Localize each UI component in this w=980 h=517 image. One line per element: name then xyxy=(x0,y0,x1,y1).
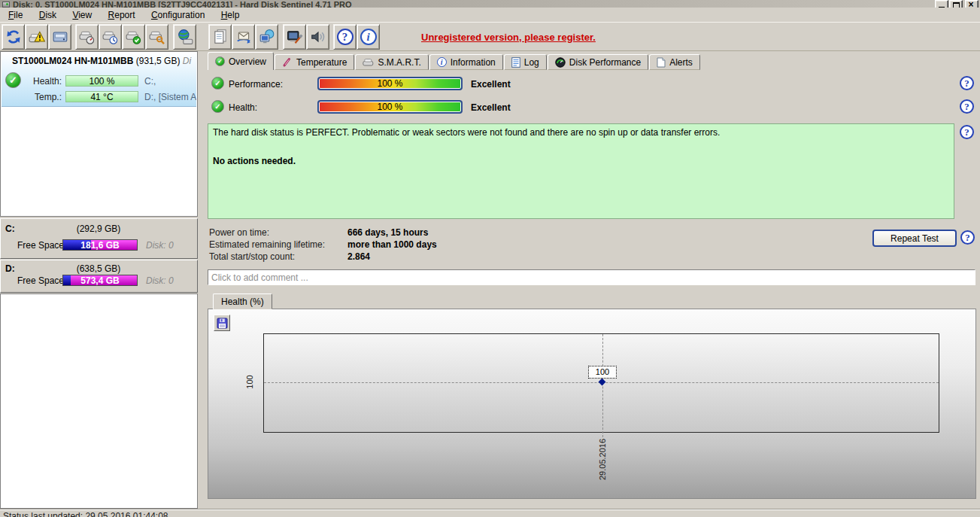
send-report-button[interactable] xyxy=(232,24,255,50)
chart-tab-health[interactable]: Health (%) xyxy=(213,293,272,309)
free-space-label: Free Space xyxy=(17,275,64,286)
performance-bar: 100 % xyxy=(317,77,463,90)
sound-test-button[interactable] xyxy=(306,24,329,50)
free-space-value: 573,4 GB xyxy=(63,275,137,285)
tab-disk-performance[interactable]: Disk Performance xyxy=(548,54,648,70)
tab-alerts[interactable]: Alerts xyxy=(649,54,700,70)
tab-label: S.M.A.R.T. xyxy=(378,57,420,68)
app-icon xyxy=(2,2,10,8)
health-bar: 100 % xyxy=(317,100,463,114)
status-bar: Status last updated: 29.05.2016 01:44:08 xyxy=(0,509,980,517)
disk-list-entry[interactable]: ST1000LM024 HN-M101MBB (931,5 GB) Di Hea… xyxy=(2,53,196,107)
smart-disk-icon xyxy=(363,57,374,67)
partition-d-label: D:, [Sistem A xyxy=(144,92,196,102)
temp-row-label: Temp.: xyxy=(27,92,62,102)
disk-clock-button[interactable] xyxy=(99,24,122,50)
save-icon xyxy=(217,318,228,329)
register-link[interactable]: Unregistered version, please register. xyxy=(421,32,596,43)
free-space-bar: 181,6 GB xyxy=(62,239,138,251)
remaining-lifetime-value: more than 1000 days xyxy=(347,239,437,250)
tab-overview[interactable]: Overview xyxy=(208,52,274,70)
partition-c-label: C:, xyxy=(144,76,156,87)
information-button[interactable] xyxy=(357,24,380,50)
window-controls xyxy=(935,0,978,8)
tab-log[interactable]: Log xyxy=(504,54,547,70)
drive-letter: D: xyxy=(5,263,15,274)
disk-check-button[interactable] xyxy=(122,24,145,50)
health-help-icon[interactable] xyxy=(960,99,974,114)
menu-configuration[interactable]: Configuration xyxy=(144,8,211,22)
tab-label: Alerts xyxy=(669,57,693,68)
repeat-test-help-icon[interactable] xyxy=(960,230,975,245)
menu-view[interactable]: View xyxy=(65,8,99,22)
disk-list-panel: ST1000LM024 HN-M101MBB (931,5 GB) Di Hea… xyxy=(0,51,198,217)
tab-temperature[interactable]: Temperature xyxy=(275,54,354,70)
start-stop-count-label: Total start/stop count: xyxy=(209,251,295,262)
refresh-button[interactable] xyxy=(2,24,25,50)
drive-disk-label: Disk: 0 xyxy=(146,275,174,286)
maximize-button[interactable] xyxy=(949,0,963,8)
menu-disk[interactable]: Disk xyxy=(32,8,63,22)
overview-tab-icon xyxy=(215,56,225,66)
help-button[interactable] xyxy=(333,24,357,50)
health-ok-icon xyxy=(211,100,224,113)
performance-help-icon[interactable] xyxy=(960,76,974,90)
disk-size: (931,5 GB) xyxy=(136,56,181,66)
disk-warning-button[interactable] xyxy=(25,24,48,50)
disk-check-icon xyxy=(126,29,142,45)
tab-label: Disk Performance xyxy=(569,57,641,68)
drive-size: (638,5 GB) xyxy=(46,263,151,274)
disk-healthy-icon xyxy=(5,72,21,88)
tab-information[interactable]: Information xyxy=(429,54,503,70)
start-stop-count-value: 2.864 xyxy=(347,251,370,262)
menu-file[interactable]: File xyxy=(2,8,29,22)
menu-report[interactable]: Report xyxy=(102,8,142,22)
remaining-lifetime-label: Estimated remaining lifetime: xyxy=(209,239,325,250)
status-help-icon[interactable] xyxy=(960,125,974,139)
comment-input[interactable] xyxy=(208,269,975,285)
power-on-time-value: 666 days, 15 hours xyxy=(347,227,428,238)
drive-panel-c[interactable]: C: (292,9 GB) Free Space 181,6 GB Disk: … xyxy=(0,218,198,259)
power-on-time-label: Power on time: xyxy=(209,227,269,238)
save-chart-button[interactable] xyxy=(214,315,230,331)
chart-tab-label: Health (%) xyxy=(221,297,264,307)
temperature-icon xyxy=(282,57,293,68)
drive-panel-d[interactable]: D: (638,5 GB) Free Space 573,4 GB Disk: … xyxy=(0,260,198,293)
network-computers-button[interactable] xyxy=(255,24,278,50)
disk-search-icon xyxy=(149,29,165,45)
free-space-label: Free Space xyxy=(17,240,64,251)
chart-plot-area: 100 xyxy=(263,333,939,433)
maximize-icon xyxy=(953,2,960,8)
toolbar: Unregistered version, please register. xyxy=(0,22,980,51)
log-icon xyxy=(511,57,520,68)
status-bar-text: Status last updated: 29.05.2016 01:44:08 xyxy=(3,511,168,517)
free-space-bar: 573,4 GB xyxy=(62,275,138,286)
actions-needed-text: No actions needed. xyxy=(213,156,949,166)
performance-ok-icon xyxy=(211,77,224,90)
close-button[interactable] xyxy=(965,0,978,8)
help-icon xyxy=(337,29,353,45)
disk-gauge-button[interactable] xyxy=(75,24,99,50)
menu-help[interactable]: Help xyxy=(214,8,247,22)
app-window: Disk: 0, ST1000LM024 HN-M101MBB [S2TTJ9C… xyxy=(0,0,980,517)
network-disk-button[interactable] xyxy=(173,24,196,50)
health-label: Health: xyxy=(229,102,257,113)
x-axis-date-label: 29.05.2016 xyxy=(598,434,608,485)
drive-letter: C: xyxy=(5,224,15,234)
report-button[interactable] xyxy=(208,24,232,50)
free-space-value: 181,6 GB xyxy=(63,240,137,250)
minimize-button[interactable] xyxy=(935,0,948,8)
drive-disk-label: Disk: 0 xyxy=(146,240,174,251)
hardware-test-button[interactable] xyxy=(283,24,306,50)
report-icon xyxy=(212,29,229,45)
health-mini-bar: 100 % xyxy=(65,75,138,87)
repeat-test-button[interactable]: Repeat Test xyxy=(872,230,957,247)
tab-smart[interactable]: S.M.A.R.T. xyxy=(355,54,428,70)
performance-label: Performance: xyxy=(229,79,283,90)
disk-search-button[interactable] xyxy=(145,24,168,50)
information-tab-icon xyxy=(437,57,447,67)
health-row-label: Health: xyxy=(27,76,62,87)
tab-label: Information xyxy=(451,57,496,68)
disk-drive-button[interactable] xyxy=(48,24,71,50)
data-point-label: 100 xyxy=(588,366,617,379)
